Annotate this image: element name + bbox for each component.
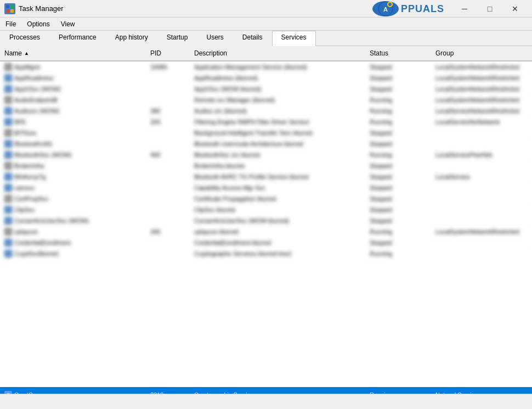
tab-details[interactable]: Details xyxy=(233,31,272,46)
tab-services[interactable]: Services xyxy=(272,31,316,46)
row-icon: S xyxy=(4,239,12,246)
table-header: Name ▲ PID Description Status Group xyxy=(0,46,532,61)
tab-startup[interactable]: Startup xyxy=(157,31,197,46)
cell-name: S CryptSvcBlurred xyxy=(0,250,148,257)
cell-name: S CertPropSvc xyxy=(0,195,148,203)
cell-name: S BluetoothSvc (WOW) xyxy=(0,151,148,159)
cell-name: S AppReadiness xyxy=(0,74,148,82)
row-icon: S xyxy=(4,195,12,203)
cell-pid: 340 xyxy=(148,228,192,235)
cell-name: S AppMgmt xyxy=(0,63,148,71)
cell-group: LocalServiceNetworkRestricted xyxy=(433,108,532,114)
cell-desc: Cryptographic Services blurred line2 xyxy=(192,250,367,257)
header-group[interactable]: Group xyxy=(433,49,532,57)
header-description[interactable]: Description xyxy=(192,49,367,57)
table-row[interactable]: S AudioEndpointB Remote srv Manager (blu… xyxy=(0,94,532,105)
cell-name: S BFE xyxy=(0,118,148,126)
cell-status: Stopped xyxy=(367,239,433,246)
table-row[interactable]: S Audiosrv (WOW) 380 Audios srv (blurred… xyxy=(0,105,532,116)
cell-status: Running xyxy=(367,97,433,103)
close-button[interactable]: ✕ xyxy=(502,1,528,16)
cell-status: Running xyxy=(367,228,433,235)
row-icon: S xyxy=(4,250,12,257)
sort-arrow-icon: ▲ xyxy=(24,51,29,56)
row-icon: S xyxy=(4,206,12,214)
table-row[interactable]: S BthAvrcpTg Bluetooth AVRC TG Profile S… xyxy=(0,171,532,182)
cell-status: Running xyxy=(367,119,433,125)
cell-desc: Capability Access Mgr Svc xyxy=(192,184,367,191)
cell-name: S CredentialEnrollment xyxy=(0,239,148,246)
header-pid[interactable]: PID xyxy=(148,49,192,57)
table-row[interactable]: S BITSsvc Background Intelligent Transfe… xyxy=(0,127,532,138)
row-icon: S xyxy=(4,151,12,159)
tab-app-history[interactable]: App history xyxy=(106,31,157,46)
table-row[interactable]: S camsvc Capability Access Mgr Svc Stopp… xyxy=(0,182,532,193)
cell-name: S BthAvrcpTg xyxy=(0,173,148,181)
header-name[interactable]: Name ▲ xyxy=(0,49,148,57)
svg-point-7 xyxy=(388,3,392,6)
cell-desc: Background Intelligent Transfer Serv blu… xyxy=(192,130,367,136)
tab-processes[interactable]: Processes xyxy=(0,31,49,46)
row-icon: S xyxy=(4,118,12,126)
table-row[interactable]: S cplspcon 340 cplspcon blurred Running … xyxy=(0,226,532,237)
table-row[interactable]: S AppXSvc (WOW) AppXSvc (WOW blurred) St… xyxy=(0,83,532,94)
cell-desc: Bluetooth AVRC TG Profile Service blurre… xyxy=(192,173,367,180)
row-icon: S xyxy=(4,129,12,137)
cell-group: LocalSystemNetworkRestricted xyxy=(433,228,532,235)
menu-view[interactable]: View xyxy=(55,19,81,29)
tab-bar: Processes Performance App history Startu… xyxy=(0,31,532,46)
table-row[interactable]: S ConsentUxUserSvc (WOW) ConsentUxUserSv… xyxy=(0,215,532,226)
cell-desc: Audios srv (blurred) xyxy=(192,108,367,114)
cell-status: Stopped xyxy=(367,130,433,136)
cell-group: LocalSystemNetworkRestricted xyxy=(433,86,532,92)
cell-name: S BrokerInfra xyxy=(0,162,148,170)
cell-name: S camsvc xyxy=(0,184,148,192)
table-row[interactable]: S BrokerInfra BrokerInfra blurred Stoppe… xyxy=(0,160,532,171)
cell-group: LocalSystemNetworkRestricted xyxy=(433,75,532,81)
window-title: Task Manager xyxy=(19,4,64,13)
cell-desc: cplspcon blurred xyxy=(192,228,367,235)
menu-file[interactable]: File xyxy=(0,19,21,29)
cell-group: LocalService xyxy=(433,173,532,180)
row-icon: S xyxy=(4,228,12,236)
tab-users[interactable]: Users xyxy=(197,31,233,46)
row-icon: S xyxy=(4,184,12,192)
cell-desc: BluetoothSvc srv blurred xyxy=(192,152,367,158)
maximize-button[interactable]: □ xyxy=(477,1,502,16)
svg-text:A: A xyxy=(383,6,388,13)
cell-name: S AppXSvc (WOW) xyxy=(0,85,148,93)
table-row[interactable]: S CertPropSvc Certificate Propagation bl… xyxy=(0,193,532,204)
table-row[interactable]: S CryptSvcBlurred Cryptographic Services… xyxy=(0,248,532,259)
row-icon: S xyxy=(4,173,12,181)
cell-pid: 380 xyxy=(148,108,192,114)
table-row[interactable]: S ClipSvc ClipSvc blurred Stopped xyxy=(0,204,532,215)
cell-desc: Filtering Engine NWFlt Filter Driver Ser… xyxy=(192,119,367,125)
tab-performance[interactable]: Performance xyxy=(49,31,106,46)
cell-desc: ConsentUxUserSvc (WOW blurred) xyxy=(192,217,367,224)
row-icon: S xyxy=(4,162,12,170)
row-icon: S xyxy=(4,140,12,148)
table-row[interactable]: S BFE 320 Filtering Engine NWFlt Filter … xyxy=(0,116,532,127)
cell-desc: Bluetooth Usermode Architecture blurred xyxy=(192,141,367,147)
cell-group: LocalSystemNetworkRestricted xyxy=(433,64,532,70)
table-row[interactable]: S BluetoothUAS Bluetooth Usermode Archit… xyxy=(0,138,532,149)
cell-status: Stopped xyxy=(367,86,433,92)
table-row[interactable]: S BluetoothSvc (WOW) 400 BluetoothSvc sr… xyxy=(0,149,532,160)
cell-desc: Remote srv Manager (blurred) xyxy=(192,97,367,103)
cell-pid: 10080 xyxy=(148,64,192,70)
svg-rect-0 xyxy=(6,5,9,8)
table-row[interactable]: S AppMgmt 10080 Application Management S… xyxy=(0,61,532,72)
menu-options[interactable]: Options xyxy=(21,19,55,29)
window-controls: ─ □ ✕ xyxy=(452,1,528,16)
cell-desc: Certificate Propagation blurred xyxy=(192,195,367,202)
cell-status: Stopped xyxy=(367,75,433,81)
cell-name: S ClipSvc xyxy=(0,206,148,214)
cell-group: LocalSystemNetworkRestricted xyxy=(433,97,532,103)
table-row[interactable]: S CredentialEnrollment CredentialEnrollm… xyxy=(0,237,532,248)
minimize-button[interactable]: ─ xyxy=(452,1,477,16)
cell-status: Stopped xyxy=(367,163,433,169)
header-status[interactable]: Status xyxy=(367,49,433,57)
status-bar xyxy=(0,394,532,409)
table-row[interactable]: S AppReadiness AppReadiness (blurred) St… xyxy=(0,72,532,83)
cell-desc: CredentialEnrollment blurred xyxy=(192,239,367,246)
